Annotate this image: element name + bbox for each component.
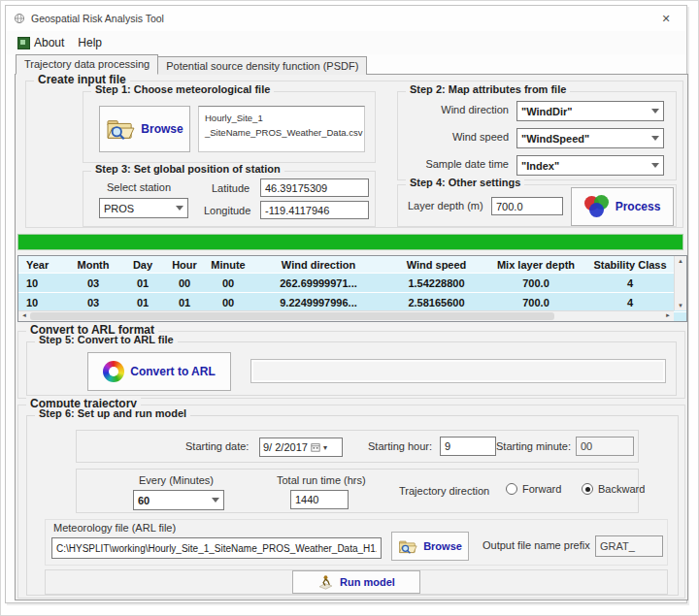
scrollbar-thumb[interactable] [30,312,554,320]
every-minutes-value: 60 [138,495,208,506]
table-cell: 03 [65,277,121,289]
column-header[interactable]: Stability Class [584,259,676,271]
every-minutes-select[interactable]: 60 [133,490,224,510]
weather-data-table: Year Month Day Hour Minute Wind directio… [17,255,687,322]
chevron-down-icon [651,109,659,113]
starting-minute-input[interactable] [576,437,634,456]
starting-date-value: 9/ 2/2017 [263,441,308,453]
latitude-input[interactable] [260,178,369,197]
starting-hour-input[interactable] [440,437,496,456]
table-cell: 2.58165600 [385,297,487,308]
longitude-input[interactable] [260,201,369,219]
wind-direction-value: "WindDir" [521,106,648,117]
column-header[interactable]: Month [65,259,121,271]
chevron-down-icon [651,136,659,141]
starting-date-picker[interactable]: 9/ 2/2017 ▾ [259,438,343,457]
table-cell: 01 [121,297,164,308]
table-vertical-scrollbar[interactable]: ▲ ▼ [674,256,686,310]
table-cell: 700.0 [487,297,584,308]
scroll-left-icon[interactable]: ◄ [21,312,27,318]
tab-trajectory-data-processing[interactable]: Trajectory data processing [16,54,158,75]
browse-button-label: Browse [141,122,183,136]
column-header[interactable]: Wind speed [385,259,487,271]
step6-title: Step 6: Set up and run model [35,407,190,419]
step1-group: Step 1: Choose meteorological file Brows… [83,91,376,163]
browse-met-file-button[interactable]: Browse [99,106,190,152]
table-cell: 4 [584,297,676,308]
step5-title: Step 5: Convert to ARL file [35,334,178,345]
sample-date-time-select[interactable]: "Index" [516,155,664,176]
wind-speed-label: Wind speed [398,131,509,143]
convert-to-arl-button[interactable]: Convert to ARL [87,352,231,391]
met-file-name-line2: _SiteName_PROS_Weather_Data.csv [205,125,358,140]
processing-progress-bar [17,234,683,250]
screenshot-canvas: Geospatial Risk Analysis Tool ✕ About He… [0,0,699,616]
station-select[interactable]: PROS [99,198,188,218]
folder-search-icon [106,116,135,142]
column-header[interactable]: Wind direction [251,259,385,271]
table-cell: 1.54228800 [385,277,487,289]
total-run-time-label: Total run time (hrs) [277,474,366,486]
chevron-down-icon [651,163,659,168]
met-file-panel: Meteorology file (ARL file) Browse [45,519,668,566]
menu-bar: About Help [6,31,686,54]
scroll-up-icon[interactable]: ▲ [678,258,683,264]
total-run-time-input[interactable] [290,490,349,509]
arl-file-path-input[interactable] [51,537,382,559]
column-header[interactable]: Hour [164,259,205,271]
menu-help[interactable]: Help [74,34,112,51]
scroll-down-icon[interactable]: ▼ [678,303,683,308]
table-horizontal-scrollbar[interactable]: ◄ ► [18,310,674,321]
met-file-name-box: Hourly_Site_1 _SiteName_PROS_Weather_Dat… [198,106,365,152]
table-row[interactable]: 10 03 01 00 00 262.69999971... 1.5422880… [18,274,686,293]
close-icon[interactable]: ✕ [655,10,677,27]
table-cell: 01 [164,297,205,308]
table-cell: 03 [65,297,121,308]
column-header[interactable]: Minute [205,259,251,271]
column-header[interactable]: Mix layer depth [487,259,584,271]
column-header[interactable]: Day [121,259,164,271]
browse-arl-file-button[interactable]: Browse [391,532,469,561]
longitude-label: Longitude [204,205,250,216]
window-title: Geospatial Risk Analysis Tool [31,13,164,24]
menu-about[interactable]: About [14,34,74,51]
tab-strip: Trajectory data processing Potential sou… [16,54,686,75]
scroll-right-icon[interactable]: ► [665,312,671,318]
arl-file-label: Meteorology file (ARL file) [53,522,176,534]
every-minutes-label: Every (Minutes) [139,474,214,486]
radio-unchecked-icon [506,483,517,495]
starting-minute-label: Starting minute: [496,440,571,452]
backward-radio-label: Backward [598,483,645,495]
tab-psdf[interactable]: Potential source density function (PSDF) [158,56,367,75]
process-button[interactable]: Process [571,187,674,226]
wind-direction-label: Wind direction [398,104,509,115]
convert-progress-bar [250,359,666,383]
browse-arl-button-label: Browse [423,540,462,552]
create-input-file-group: Create input file Step 1: Choose meteoro… [25,81,683,228]
convert-icon [103,361,124,382]
trajectory-direction-label: Trajectory direction [399,485,489,497]
sample-date-time-value: "Index" [521,160,648,172]
step3-title: Step 3: Set global position of station [91,163,284,175]
layer-depth-input[interactable] [491,197,563,215]
app-icon [14,13,25,24]
run-model-button-label: Run model [340,576,395,588]
sample-date-time-label: Sample date time [398,158,509,170]
wind-direction-select[interactable]: "WindDir" [516,101,664,121]
output-prefix-input[interactable] [595,535,663,557]
tab-content: Create input file Step 1: Choose meteoro… [15,74,688,600]
layer-depth-label: Layer depth (m) [408,200,483,211]
table-cell: 10 [18,297,65,308]
backward-radio[interactable]: Backward [582,483,645,495]
step5-group: Step 5: Convert to ARL file Convert to A… [26,341,677,396]
column-header[interactable]: Year [18,259,65,271]
table-row[interactable]: 10 03 01 01 00 9.2249997996... 2.5816560… [18,293,686,312]
forward-radio[interactable]: Forward [506,483,561,495]
calendar-icon [311,442,320,452]
table-cell: 01 [121,277,164,289]
wind-speed-select[interactable]: "WindSpeed" [516,128,664,148]
output-prefix-label: Output file name prefix [483,539,590,551]
run-model-button[interactable]: Run model [292,570,420,594]
menu-help-label: Help [78,36,102,49]
table-cell: 00 [205,297,251,308]
